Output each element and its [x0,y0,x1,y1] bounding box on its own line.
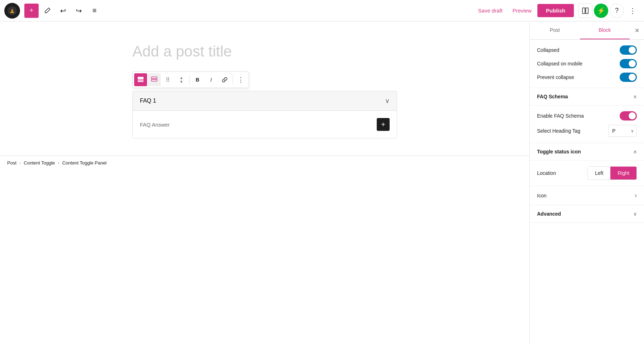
publish-button[interactable]: Publish [537,4,574,17]
faq-chevron-icon: ∨ [385,97,390,105]
breadcrumb-content-toggle-panel[interactable]: Content Toggle Panel [62,160,107,166]
link-button[interactable] [218,73,231,86]
breadcrumb: Post › Content Toggle › Content Toggle P… [0,156,530,170]
collapsed-mobile-row: Collapsed on mobile [537,59,637,68]
toolbar-divider-2 [233,75,233,85]
faq-block: FAQ 1 ∨ FAQ Answer + [132,91,397,138]
collapsed-section: Collapsed Collapsed on mobile [530,40,644,88]
svg-rect-6 [138,81,143,82]
breadcrumb-content-toggle[interactable]: Content Toggle [24,160,55,166]
block-type-button-1[interactable] [134,73,147,86]
svg-rect-4 [138,77,143,79]
location-row: Location Left Right [537,166,637,180]
heading-tag-row: Select Heading Tag P H2 H3 H4 H5 H6 [537,125,637,137]
svg-rect-7 [151,77,157,79]
tab-block[interactable]: Block [580,21,630,39]
italic-button[interactable]: I [205,73,218,86]
collapsed-label: Collapsed [537,47,559,53]
faq-answer-text: FAQ Answer [140,122,170,128]
editor-area: Add a post title ⠿ [0,21,530,344]
faq-add-button[interactable]: + [377,118,390,131]
bold-button[interactable]: B [191,73,204,86]
sidebar: Post Block ✕ Collapsed Collapsed on mob [530,21,644,344]
view-toggle-button[interactable] [578,4,592,18]
sidebar-close-button[interactable]: ✕ [630,21,644,39]
editor-inner: Add a post title ⠿ [104,21,426,156]
preview-button[interactable]: Preview [508,5,536,16]
enable-faq-row: Enable FAQ Schema [537,111,637,121]
toggle-status-content: Location Left Right [530,161,644,186]
location-right-button[interactable]: Right [610,167,636,180]
post-title-placeholder[interactable]: Add a post title [132,43,397,60]
toggle-status-icon-header[interactable]: Toggle status icon ∧ [530,143,644,161]
redo-button[interactable]: ↪ [72,4,86,18]
edit-mode-button[interactable] [40,4,54,18]
icon-chevron-right: › [635,192,637,199]
tab-post[interactable]: Post [530,21,580,39]
help-button[interactable]: ? [610,4,624,18]
location-left-button[interactable]: Left [588,167,610,180]
list-view-button[interactable]: ≡ [87,4,102,18]
add-block-button[interactable]: + [24,4,39,18]
sidebar-content: Collapsed Collapsed on mobile [530,40,644,344]
more-block-options[interactable]: ⋮ [234,73,247,86]
enable-faq-label: Enable FAQ Schema [537,113,584,119]
location-buttons: Left Right [587,166,637,180]
undo-button[interactable]: ↩ [56,4,70,18]
heading-tag-label: Select Heading Tag [537,128,580,134]
collapsed-row: Collapsed [537,45,637,55]
faq-schema-title: FAQ Schema [537,94,568,99]
enable-faq-toggle[interactable] [620,111,637,121]
prevent-collapse-row: Prevent collapse [537,73,637,82]
site-logo: 🧘 [4,3,20,19]
prevent-collapse-label: Prevent collapse [537,74,574,80]
top-toolbar: 🧘 + ↩ ↪ ≡ Save draft Preview Publish ⚡ ?… [0,0,644,21]
sidebar-tabs: Post Block ✕ [530,21,644,40]
faq-answer-row: FAQ Answer + [133,110,397,138]
breadcrumb-sep-1: › [19,160,21,166]
faq-schema-chevron: ∧ [633,94,637,99]
more-options-button[interactable]: ⋮ [625,4,640,18]
main-layout: Add a post title ⠿ [0,21,644,344]
heading-tag-select[interactable]: P H2 H3 H4 H5 H6 [608,125,637,137]
toolbar-divider-1 [189,75,190,85]
block-type-button-2[interactable] [148,73,161,86]
block-toolbar: ⠿ ▲▼ B I ⋮ [132,72,249,88]
faq-schema-header[interactable]: FAQ Schema ∧ [530,88,644,105]
svg-rect-5 [138,80,143,80]
collapsed-mobile-toggle[interactable] [620,59,637,68]
collapsed-mobile-label: Collapsed on mobile [537,61,582,67]
faq-question-text: FAQ 1 [140,98,385,104]
svg-rect-2 [582,8,585,14]
location-label: Location [537,170,556,176]
svg-rect-3 [586,8,588,14]
svg-text:🧘: 🧘 [10,8,15,13]
breadcrumb-sep-2: › [58,160,59,166]
icon-label: Icon [537,193,546,198]
faq-question-row[interactable]: FAQ 1 ∨ [133,91,397,110]
heading-tag-select-wrapper: P H2 H3 H4 H5 H6 [608,125,637,137]
collapsed-toggle[interactable] [620,45,637,55]
svg-rect-8 [151,79,157,81]
performance-button[interactable]: ⚡ [594,4,608,18]
toggle-status-chevron: ∧ [633,149,637,154]
advanced-chevron: ∨ [633,211,637,217]
toggle-status-icon-title: Toggle status icon [537,149,581,154]
breadcrumb-post[interactable]: Post [7,160,16,166]
advanced-section[interactable]: Advanced ∨ [530,205,644,223]
save-draft-button[interactable]: Save draft [474,5,507,16]
prevent-collapse-toggle[interactable] [620,73,637,82]
drag-handle[interactable]: ⠿ [161,73,174,86]
icon-row[interactable]: Icon › [530,186,644,205]
faq-schema-content: Enable FAQ Schema Select Heading Tag P H… [530,105,644,143]
move-up-down[interactable]: ▲▼ [175,73,188,86]
advanced-label: Advanced [537,211,561,217]
